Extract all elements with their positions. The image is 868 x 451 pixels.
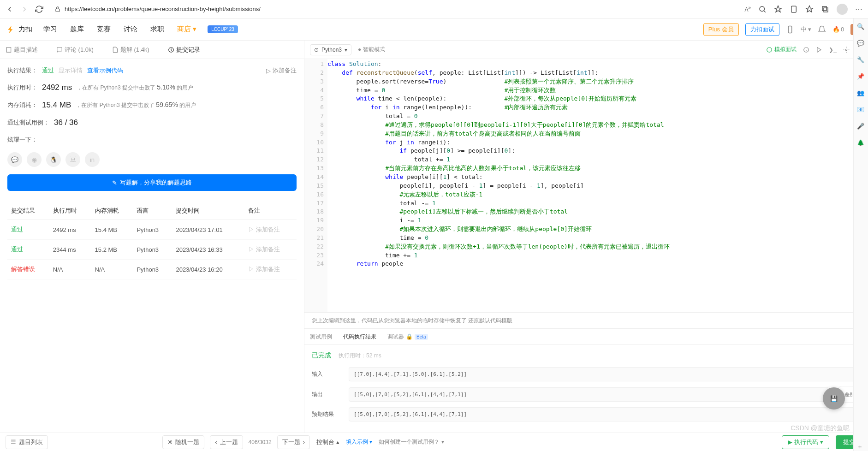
th-status: 提交结果 (7, 202, 49, 220)
mobile-icon[interactable] (786, 25, 794, 34)
tab-exec-result[interactable]: 代码执行结果 (343, 333, 376, 341)
refresh-icon[interactable] (35, 5, 43, 13)
nav-jobs[interactable]: 求职 (150, 25, 164, 34)
edge-sidebar: 🔍 💬 🔧 📌 👥 📧 🎤 🌲 ＋ (853, 18, 868, 451)
random-button[interactable]: ⤨ 随机一题 (162, 435, 204, 449)
cell-status[interactable]: 通过 (7, 240, 49, 260)
next-button[interactable]: 下一题 › (277, 435, 310, 449)
search-icon[interactable] (758, 5, 767, 13)
tab-submissions[interactable]: 提交记录 (168, 46, 200, 54)
star-icon[interactable] (774, 5, 782, 13)
expected-box[interactable]: [[5,0],[7,0],[5,2],[6,1],[4,4],[7,1]] (349, 407, 861, 421)
cell-lang: Python3 (133, 260, 172, 279)
tab-solutions[interactable]: 题解 (1.4k) (112, 46, 149, 54)
th-when: 提交时间 (172, 202, 244, 220)
tab-comments[interactable]: 评论 (1.0k) (56, 46, 94, 54)
add-note-link[interactable]: ▷ 添加备注 (266, 66, 297, 75)
code-editor[interactable]: 123456789101112131415161718192021222324 … (304, 59, 868, 312)
main-nav: 学习 题库 竞赛 讨论 求职 商店 ▾ (43, 25, 196, 34)
url-bar[interactable]: https://leetcode.cn/problems/queue-recon… (50, 3, 738, 16)
sidebar-mail-icon[interactable]: 📧 (857, 106, 865, 114)
console-toggle[interactable]: 控制台 ▴ (316, 438, 339, 446)
right-panel: ⊙ Python3 ▾ ● 智能模式 模拟面试 ❯_ 1234567891011… (304, 41, 868, 433)
language-select[interactable]: ⊙ Python3 ▾ (310, 44, 351, 55)
lang-switch[interactable]: 中 ▾ (801, 25, 812, 34)
tab-description[interactable]: 题目描述 (6, 46, 38, 54)
problem-tabs: 题目描述 评论 (1.0k) 题解 (1.4k) 提交记录 (0, 41, 304, 59)
cell-note[interactable]: ▷ 添加备注 (244, 220, 297, 240)
logo-text: 力扣 (18, 25, 32, 34)
nav-learn[interactable]: 学习 (43, 25, 57, 34)
share-douban[interactable]: 豆 (65, 152, 80, 167)
fire-icon[interactable]: 🔥0 (832, 26, 844, 33)
info-icon[interactable] (803, 47, 809, 53)
show-off-label: 炫耀一下： (7, 136, 37, 144)
mem-value: 15.4 MB (42, 101, 71, 110)
run-icon[interactable] (816, 47, 822, 53)
cell-mem: 15.4 MB (91, 220, 133, 240)
th-mem: 内存消耗 (91, 202, 133, 220)
sidebar-add-icon[interactable]: ＋ (857, 443, 865, 451)
logo[interactable]: 力扣 (6, 25, 32, 34)
favorite-icon[interactable] (805, 5, 814, 13)
smart-mode-toggle[interactable]: ● 智能模式 (358, 46, 385, 53)
lccup-badge[interactable]: LCCUP' 23 (208, 25, 238, 33)
svg-point-10 (845, 49, 847, 51)
back-icon[interactable] (6, 5, 14, 13)
run-code-button[interactable]: ▶ 执行代码 ▾ (782, 435, 829, 449)
sidebar-chat-icon[interactable]: 💬 (857, 40, 865, 48)
cell-note[interactable]: ▷ 添加备注 (244, 240, 297, 260)
sidebar-mic-icon[interactable]: 🎤 (857, 123, 865, 131)
nav-shop[interactable]: 商店 ▾ (177, 25, 196, 34)
interview-button[interactable]: 力扣面试 (745, 23, 779, 36)
sidebar-tool-icon[interactable]: 🔧 (857, 56, 865, 65)
text-size-icon[interactable]: A» (744, 5, 751, 13)
table-row[interactable]: 解答错误 N/A N/A Python3 2023/04/23 16:20 ▷ … (7, 260, 297, 279)
float-save-button[interactable]: 💾 (823, 387, 845, 409)
nav-problems[interactable]: 题库 (70, 25, 84, 34)
browser-toolbar: https://leetcode.cn/problems/queue-recon… (0, 0, 868, 18)
fill-example-link[interactable]: 填入示例 ▾ (346, 438, 372, 446)
profile-avatar[interactable] (837, 4, 848, 15)
share-qq[interactable]: 🐧 (46, 152, 61, 167)
svg-rect-6 (6, 47, 11, 52)
restore-default-link[interactable]: 还原默认代码模版 (468, 317, 512, 325)
plus-button[interactable]: Plus 会员 (703, 23, 739, 36)
more-icon[interactable]: ⋯ (855, 5, 862, 13)
share-wechat[interactable]: 💬 (7, 152, 22, 167)
mock-interview-link[interactable]: 模拟面试 (766, 46, 797, 53)
share-linkedin[interactable]: in (85, 152, 100, 167)
share-weibo[interactable]: ◉ (27, 152, 42, 167)
input-box[interactable]: [[7,0],[4,4],[7,1],[5,0],[6,1],[5,2]] (349, 367, 861, 381)
nav-contest[interactable]: 竞赛 (97, 25, 111, 34)
tab-testcase[interactable]: 测试用例 (310, 333, 332, 341)
cell-note[interactable]: ▷ 添加备注 (244, 260, 297, 279)
left-panel: 题目描述 评论 (1.0k) 题解 (1.4k) 提交记录 执行结果： 通过 显… (0, 41, 304, 433)
forward-icon[interactable] (20, 5, 29, 13)
view-sample-link[interactable]: 查看示例代码 (87, 66, 123, 75)
table-row[interactable]: 通过 2344 ms 15.2 MB Python3 2023/04/23 16… (7, 240, 297, 260)
input-label: 输入 (312, 370, 339, 378)
show-detail-link[interactable]: 显示详情 (59, 66, 83, 75)
tab-debugger[interactable]: 调试器 🔒 Beta (387, 333, 428, 341)
settings-icon[interactable] (843, 47, 850, 53)
write-solution-button[interactable]: ✎ 写题解，分享我的解题思路 (7, 174, 297, 191)
sidebar-search-icon[interactable]: 🔍 (857, 23, 865, 31)
collections-icon[interactable] (821, 5, 829, 13)
cell-status[interactable]: 通过 (7, 220, 49, 240)
code-bracket-icon[interactable]: ❯_ (829, 47, 837, 53)
sidebar-people-icon[interactable]: 👥 (857, 89, 865, 98)
nav-discuss[interactable]: 讨论 (124, 25, 137, 34)
sidebar-pin-icon[interactable]: 📌 (857, 73, 865, 81)
cell-status[interactable]: 解答错误 (7, 260, 49, 279)
submissions-table: 提交结果 执行用时 内存消耗 语言 提交时间 备注 通过 2492 ms 15.… (7, 202, 297, 279)
problem-list-button[interactable]: ☰ 题目列表 (6, 435, 48, 449)
table-row[interactable]: 通过 2492 ms 15.4 MB Python3 2023/04/23 17… (7, 220, 297, 240)
output-box[interactable]: [[5,0],[7,0],[5,2],[6,1],[4,4],[7,1]] (349, 387, 829, 402)
sidebar-tree-icon[interactable]: 🌲 (857, 139, 865, 148)
book-icon[interactable] (790, 5, 798, 13)
prev-button[interactable]: ‹ 上一题 (210, 435, 243, 449)
help-text[interactable]: 如何创建一个测试用例？ ▾ (379, 438, 444, 446)
bell-icon[interactable] (818, 25, 826, 34)
cell-when: 2023/04/23 16:33 (172, 240, 244, 260)
